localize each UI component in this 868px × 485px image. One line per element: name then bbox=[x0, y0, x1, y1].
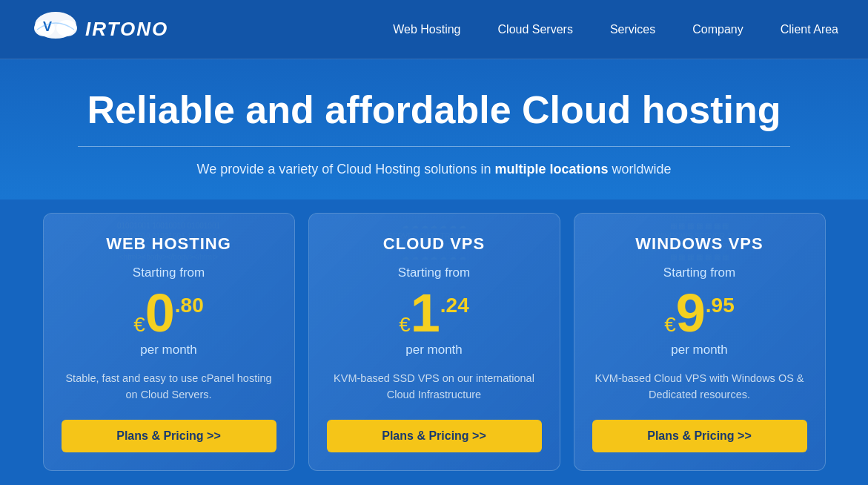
hero-subtitle: We provide a variety of Cloud Hosting so… bbox=[15, 162, 853, 177]
card-cloud-vps-per-month: per month bbox=[327, 343, 542, 357]
card-web-hosting-desc: Stable, fast and easy to use cPanel host… bbox=[62, 371, 276, 403]
card-web-hosting-price-row: € 0 .80 bbox=[62, 286, 276, 340]
header: V IRTONO Web Hosting Cloud Servers Servi… bbox=[0, 0, 868, 59]
hero-subtitle-end: worldwide bbox=[608, 162, 671, 176]
nav-client-area[interactable]: Client Area bbox=[781, 23, 838, 36]
nav-cloud-servers[interactable]: Cloud Servers bbox=[498, 23, 573, 36]
main-nav: Web Hosting Cloud Servers Services Compa… bbox=[393, 23, 838, 36]
nav-services[interactable]: Services bbox=[610, 23, 655, 36]
card-cloud-vps-price-row: € 1 .24 bbox=[327, 286, 542, 340]
card-cloud-vps-price-whole: 1 bbox=[411, 286, 440, 340]
card-windows-vps-button[interactable]: Plans & Pricing >> bbox=[592, 420, 807, 452]
cards-section: 01001001 10010010 01001001 10010010 0100… bbox=[0, 199, 868, 471]
card-web-hosting-title: WEB HOSTING bbox=[62, 234, 276, 254]
card-web-hosting-button[interactable]: Plans & Pricing >> bbox=[62, 420, 276, 452]
card-web-hosting-per-month: per month bbox=[62, 343, 276, 357]
card-windows-vps-desc: KVM-based Cloud VPS with Windows OS & De… bbox=[592, 371, 807, 403]
card-cloud-vps-button[interactable]: Plans & Pricing >> bbox=[327, 420, 542, 452]
card-windows-vps-price-decimal: .95 bbox=[706, 294, 735, 317]
card-windows-vps-title: WINDOWS VPS bbox=[592, 234, 807, 254]
hero-subtitle-plain: We provide a variety of Cloud Hosting so… bbox=[197, 162, 495, 176]
card-web-hosting-currency: € bbox=[133, 313, 145, 337]
card-cloud-vps-starting-from: Starting from bbox=[327, 265, 542, 280]
card-web-hosting-price-decimal: .80 bbox=[175, 294, 204, 317]
nav-company[interactable]: Company bbox=[692, 23, 743, 36]
card-web-hosting-starting-from: Starting from bbox=[62, 265, 276, 280]
hero-subtitle-bold: multiple locations bbox=[494, 162, 608, 176]
card-windows-vps-price-row: € 9 .95 bbox=[592, 286, 807, 340]
svg-point-2 bbox=[56, 20, 77, 36]
card-windows-vps: ▦ ▦ ▦ ▦ ▦ ▦ ▦ WINDOWS SERVER 2019 KVM DE… bbox=[574, 213, 826, 471]
nav-web-hosting[interactable]: Web Hosting bbox=[393, 23, 460, 36]
card-cloud-vps-currency: € bbox=[399, 313, 411, 337]
card-cloud-vps-desc: KVM-based SSD VPS on our international C… bbox=[327, 371, 542, 403]
card-windows-vps-price-whole: 9 bbox=[676, 286, 706, 340]
svg-text:V: V bbox=[43, 19, 52, 34]
card-web-hosting: 01001001 10010010 01001001 10010010 0100… bbox=[43, 213, 295, 471]
card-cloud-vps: ☁ ☁ ☁ ☁ ☁ ☁ ☁ SERVER DATA TRANSFER KVM S… bbox=[308, 213, 560, 471]
logo-icon: V bbox=[30, 9, 82, 50]
card-web-hosting-price-whole: 0 bbox=[145, 286, 175, 340]
card-windows-vps-starting-from: Starting from bbox=[592, 265, 807, 280]
card-cloud-vps-price-decimal: .24 bbox=[440, 294, 469, 317]
card-cloud-vps-title: CLOUD VPS bbox=[327, 234, 542, 254]
card-windows-vps-per-month: per month bbox=[592, 343, 807, 357]
hero-title: Reliable and affordable Cloud hosting bbox=[15, 89, 853, 131]
logo-text: IRTONO bbox=[85, 18, 168, 41]
logo-area: V IRTONO bbox=[30, 9, 168, 50]
hero-section: Reliable and affordable Cloud hosting We… bbox=[0, 59, 868, 199]
hero-divider bbox=[78, 146, 790, 147]
card-windows-vps-currency: € bbox=[664, 313, 676, 337]
